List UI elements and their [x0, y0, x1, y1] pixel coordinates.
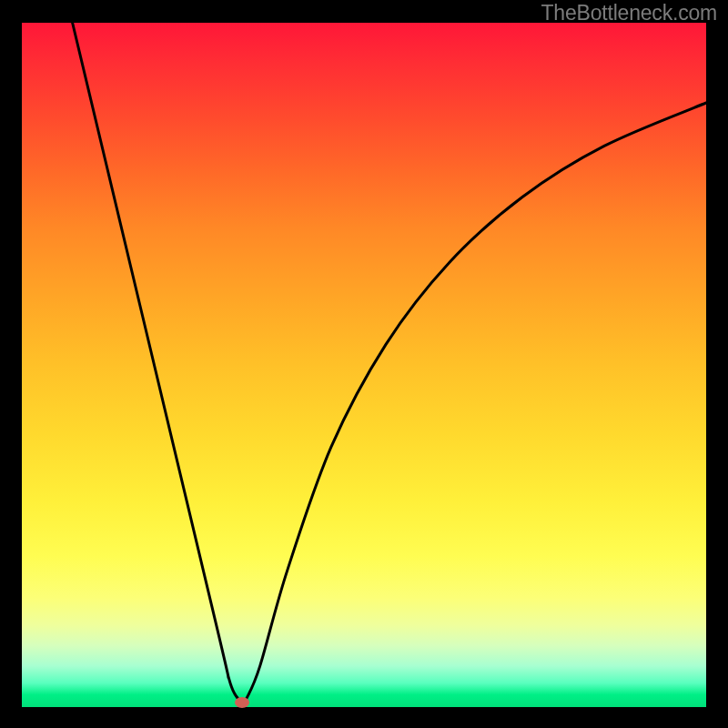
- bottleneck-curve: [22, 23, 706, 707]
- chart-plot-area: [22, 23, 706, 707]
- curve-path: [73, 23, 706, 703]
- attribution-label: TheBottleneck.com: [541, 1, 717, 25]
- optimal-point-marker: [235, 697, 249, 708]
